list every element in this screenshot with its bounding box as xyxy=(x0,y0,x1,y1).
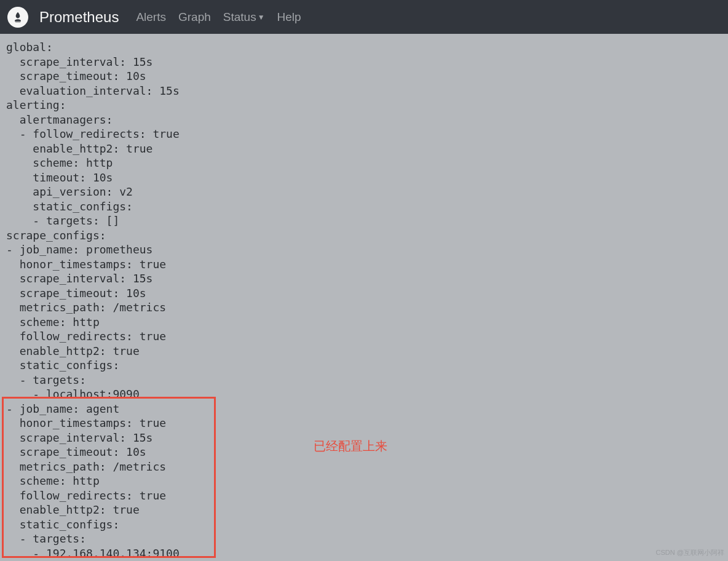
config-line: follow_redirects: true xyxy=(6,489,166,502)
config-line: evaluation_interval: 15s xyxy=(6,84,180,97)
config-line: scrape_interval: 15s xyxy=(6,272,152,285)
config-line: - targets: xyxy=(6,532,86,545)
brand-wrapper[interactable]: Prometheus xyxy=(7,7,119,28)
config-line: - localhost:9090 xyxy=(6,388,140,400)
config-line: - targets: xyxy=(6,373,86,386)
config-line: enable_http2: true xyxy=(6,344,140,357)
config-line: scrape_interval: 15s xyxy=(6,431,152,444)
config-line: - 192.168.140.134:9100 xyxy=(6,547,180,560)
config-line: metrics_path: /metrics xyxy=(6,301,166,314)
config-line: - follow_redirects: true xyxy=(6,127,180,140)
config-line: static_configs: xyxy=(6,359,119,372)
config-line: metrics_path: /metrics xyxy=(6,460,166,473)
config-line: - job_name: agent xyxy=(6,402,119,415)
config-line: global: xyxy=(6,41,53,54)
config-line: static_configs: xyxy=(6,518,119,531)
prometheus-logo-icon xyxy=(7,7,28,28)
nav-status[interactable]: Status ▼ xyxy=(217,6,271,29)
watermark: CSDN @互联网小阿祥 xyxy=(656,548,724,557)
brand-name: Prometheus xyxy=(39,9,119,26)
config-line: alertmanagers: xyxy=(6,113,113,126)
config-line: scheme: http xyxy=(6,474,100,487)
config-line: honor_timestamps: true xyxy=(6,258,166,271)
config-line: timeout: 10s xyxy=(6,171,113,184)
config-content: global: scrape_interval: 15s scrape_time… xyxy=(0,34,728,561)
config-line: - job_name: prometheus xyxy=(6,243,152,256)
navbar: Prometheus Alerts Graph Status ▼ Help xyxy=(0,0,728,34)
nav-links: Alerts Graph Status ▼ Help xyxy=(130,6,307,29)
config-line: scheme: http xyxy=(6,156,113,169)
config-line: alerting: xyxy=(6,98,66,111)
config-line: honor_timestamps: true xyxy=(6,416,166,429)
config-line: enable_http2: true xyxy=(6,142,152,155)
config-line: scrape_configs: xyxy=(6,229,106,242)
config-line: static_configs: xyxy=(6,200,133,213)
nav-graph[interactable]: Graph xyxy=(172,6,217,29)
nav-status-label: Status xyxy=(223,10,256,24)
config-line: scrape_timeout: 10s xyxy=(6,287,146,300)
chevron-down-icon: ▼ xyxy=(258,13,265,22)
config-line: scrape_timeout: 10s xyxy=(6,445,146,458)
config-line: enable_http2: true xyxy=(6,503,140,516)
config-line: scrape_timeout: 10s xyxy=(6,70,146,82)
config-line: scrape_interval: 15s xyxy=(6,55,152,68)
nav-help[interactable]: Help xyxy=(271,6,307,29)
nav-alerts[interactable]: Alerts xyxy=(130,6,172,29)
annotation-text: 已经配置上来 xyxy=(314,438,387,455)
config-line: follow_redirects: true xyxy=(6,330,166,343)
config-line: scheme: http xyxy=(6,316,100,328)
flame-icon xyxy=(12,10,24,24)
config-line: - targets: [] xyxy=(6,214,119,227)
config-line: api_version: v2 xyxy=(6,185,133,198)
